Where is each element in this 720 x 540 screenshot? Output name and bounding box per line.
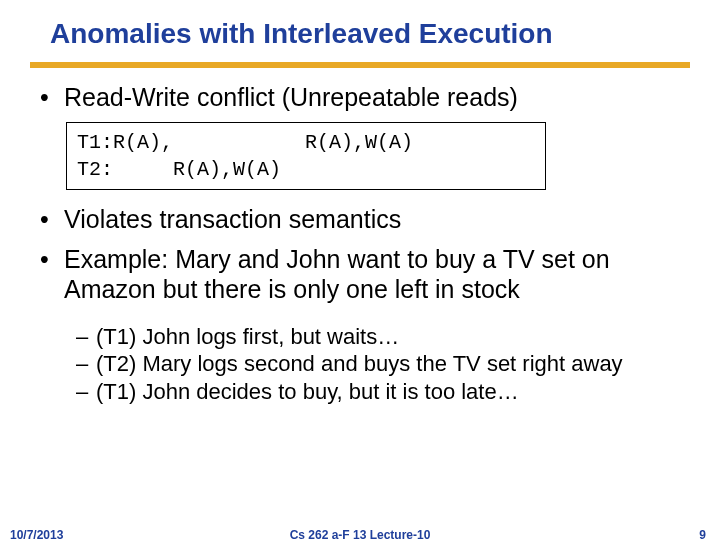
bullet-dot-icon: •: [40, 82, 64, 112]
footer-page-number: 9: [699, 528, 706, 540]
bullet-text: Read-Write conflict (Unrepeatable reads): [64, 82, 518, 112]
sub-bullet-t1-late: – (T1) John decides to buy, but it is to…: [76, 379, 690, 404]
footer-lecture: Cs 262 a-F 13 Lecture-10: [0, 528, 720, 540]
bullet-example: • Example: Mary and John want to buy a T…: [40, 244, 690, 304]
bullet-dot-icon: •: [40, 244, 64, 304]
sub-text: (T1) John decides to buy, but it is too …: [96, 379, 519, 404]
bullet-text: Example: Mary and John want to buy a TV …: [64, 244, 690, 304]
sub-text: (T2) Mary logs second and buys the TV se…: [96, 351, 623, 376]
bullet-text: Violates transaction semantics: [64, 204, 401, 234]
dash-icon: –: [76, 379, 96, 404]
bullet-read-write: • Read-Write conflict (Unrepeatable read…: [40, 82, 690, 112]
bullet-dot-icon: •: [40, 204, 64, 234]
sub-text: (T1) John logs first, but waits…: [96, 324, 399, 349]
transaction-code-box: T1:R(A), R(A),W(A) T2: R(A),W(A): [66, 122, 546, 190]
dash-icon: –: [76, 324, 96, 349]
sub-bullet-t1-wait: – (T1) John logs first, but waits…: [76, 324, 690, 349]
slide-body: • Read-Write conflict (Unrepeatable read…: [0, 68, 720, 404]
sub-bullet-t2-buy: – (T2) Mary logs second and buys the TV …: [76, 351, 690, 376]
bullet-violates: • Violates transaction semantics: [40, 204, 690, 234]
code-line-2: T2: R(A),W(A): [77, 158, 281, 181]
code-line-1: T1:R(A), R(A),W(A): [77, 131, 413, 154]
slide-title: Anomalies with Interleaved Execution: [0, 0, 720, 50]
dash-icon: –: [76, 351, 96, 376]
